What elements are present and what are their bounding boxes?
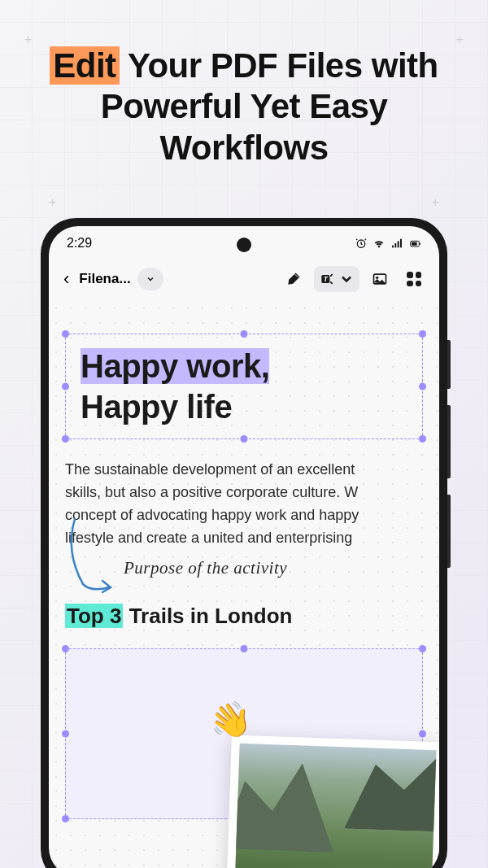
image-tool-button[interactable] (366, 265, 394, 293)
svg-rect-6 (412, 242, 417, 246)
image-icon (372, 271, 388, 287)
app-toolbar: ‹ Filena... T (49, 257, 439, 301)
resize-handle[interactable] (419, 645, 426, 652)
svg-rect-4 (400, 239, 402, 248)
resize-handle[interactable] (241, 645, 248, 652)
svg-rect-7 (419, 242, 420, 245)
svg-rect-3 (398, 241, 399, 247)
photo-card[interactable] (225, 735, 439, 868)
resize-handle[interactable] (419, 435, 426, 443)
resize-handle[interactable] (62, 383, 69, 390)
phone-screen: 2:29 ‹ Filena... T (49, 226, 439, 868)
resize-handle[interactable] (62, 815, 69, 822)
text-tool-button[interactable]: T (314, 266, 359, 292)
phone-side-button (447, 405, 451, 478)
status-icons (355, 237, 421, 250)
title-line-2: Happy life (81, 389, 232, 425)
resize-handle[interactable] (62, 435, 69, 443)
chevron-down-icon (338, 271, 355, 287)
phone-side-button (447, 495, 451, 568)
battery-icon (408, 237, 421, 250)
handwritten-annotation[interactable]: Purpose of the activity (65, 560, 423, 595)
highlighter-icon (285, 271, 302, 287)
arrow-icon (59, 511, 129, 600)
filename-label[interactable]: Filena... (79, 271, 130, 287)
signal-icon (390, 237, 403, 250)
back-button[interactable]: ‹ (60, 268, 72, 290)
annotation-text: Purpose of the activity (124, 558, 287, 578)
filename-dropdown[interactable] (137, 268, 163, 290)
title-text[interactable]: Happy work, Happy life (81, 346, 407, 427)
resize-handle[interactable] (419, 330, 426, 338)
resize-handle[interactable] (62, 645, 69, 652)
resize-handle[interactable] (419, 730, 426, 737)
landscape-photo (233, 743, 436, 868)
wave-emoji: 👋 (206, 696, 255, 743)
headline-highlight: Edit (50, 46, 119, 85)
status-time: 2:29 (67, 236, 92, 251)
text-tool-icon: T (319, 271, 335, 287)
resize-handle[interactable] (419, 383, 426, 390)
document-canvas[interactable]: Happy work, Happy life The sustainable d… (49, 301, 439, 868)
svg-rect-1 (392, 246, 394, 248)
camera-notch (237, 238, 251, 252)
resize-handle[interactable] (62, 730, 69, 737)
resize-handle[interactable] (241, 435, 248, 443)
svg-point-11 (376, 277, 378, 279)
svg-rect-2 (394, 243, 396, 247)
subtitle-highlight: Top 3 (65, 604, 123, 628)
title-line-1: Happy work, (81, 348, 269, 384)
apps-grid-button[interactable] (400, 265, 428, 293)
decorative-plus: + (432, 195, 439, 210)
highlighter-tool-button[interactable] (280, 265, 307, 293)
wifi-icon (373, 237, 386, 250)
marketing-headline: Edit Your PDF Files with Powerful Yet Ea… (0, 0, 488, 193)
phone-side-button (447, 340, 451, 389)
resize-handle[interactable] (62, 330, 69, 338)
decorative-plus: + (49, 195, 56, 210)
subtitle-heading[interactable]: Top 3 Trails in London (65, 604, 423, 629)
image-placeholder-box[interactable]: 👋 (65, 648, 423, 819)
phone-frame: 2:29 ‹ Filena... T (41, 218, 447, 868)
chevron-down-icon (146, 274, 155, 284)
alarm-icon (355, 237, 368, 250)
resize-handle[interactable] (241, 330, 248, 338)
grid-icon (407, 272, 421, 286)
title-text-box[interactable]: Happy work, Happy life (65, 334, 423, 439)
